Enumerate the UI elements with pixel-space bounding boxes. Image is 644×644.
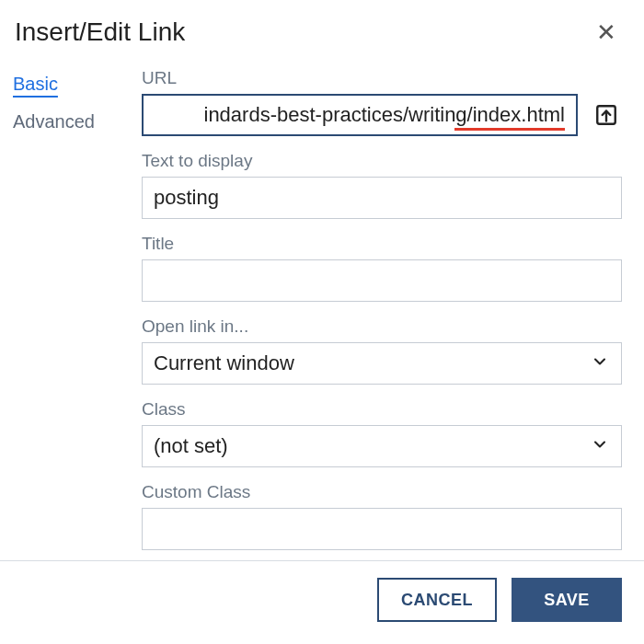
cancel-button[interactable]: CANCEL xyxy=(377,578,497,622)
text-to-display-input[interactable] xyxy=(142,177,622,219)
field-text-to-display: Text to display xyxy=(142,151,622,219)
insert-edit-link-dialog: Insert/Edit Link ✕ Basic Advanced URL xyxy=(0,0,644,644)
class-label: Class xyxy=(142,399,622,420)
open-link-icon[interactable] xyxy=(591,99,622,131)
field-open-link-in: Open link in... Current window xyxy=(142,316,622,385)
open-link-in-label: Open link in... xyxy=(142,316,622,337)
save-button[interactable]: SAVE xyxy=(512,578,622,622)
dialog-header: Insert/Edit Link ✕ xyxy=(13,17,622,48)
title-input[interactable] xyxy=(142,259,622,302)
dialog-body: Basic Advanced URL xyxy=(13,68,622,565)
sidebar: Basic Advanced xyxy=(13,68,142,565)
dialog-footer: CANCEL SAVE xyxy=(0,560,644,622)
form: URL Text to displa xyxy=(142,68,622,565)
title-label: Title xyxy=(142,234,622,254)
class-value: (not set) xyxy=(142,425,622,467)
field-title: Title xyxy=(142,234,622,302)
close-icon[interactable]: ✕ xyxy=(591,17,622,48)
url-label: URL xyxy=(142,68,622,88)
class-select[interactable]: (not set) xyxy=(142,425,622,467)
field-custom-class: Custom Class xyxy=(142,482,622,550)
field-url: URL xyxy=(142,68,622,136)
dialog-title: Insert/Edit Link xyxy=(15,17,185,47)
custom-class-label: Custom Class xyxy=(142,482,622,502)
tab-basic[interactable]: Basic xyxy=(13,70,142,100)
custom-class-input[interactable] xyxy=(142,508,622,550)
open-link-in-select[interactable]: Current window xyxy=(142,342,622,385)
field-class: Class (not set) xyxy=(142,399,622,467)
tab-advanced[interactable]: Advanced xyxy=(13,108,142,138)
spellcheck-underline xyxy=(454,128,565,131)
text-to-display-label: Text to display xyxy=(142,151,622,171)
open-link-in-value: Current window xyxy=(142,342,622,385)
